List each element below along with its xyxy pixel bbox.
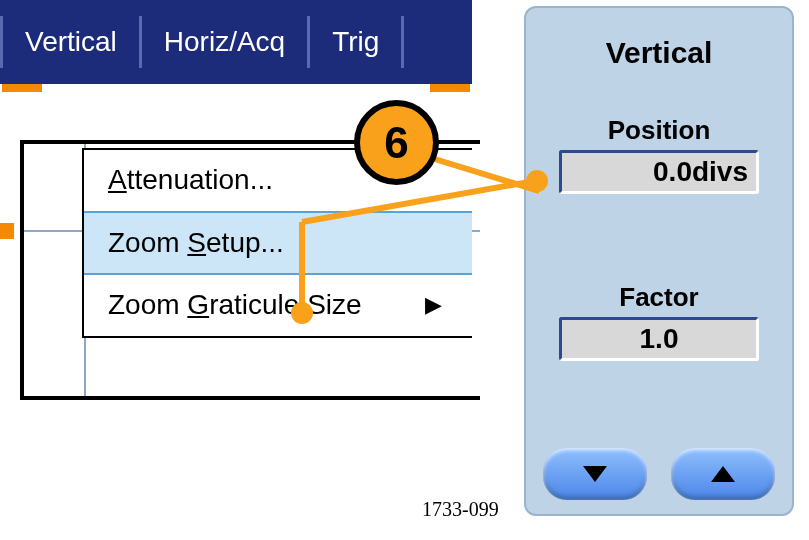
channel-marker [0, 223, 14, 239]
triangle-up-icon [709, 464, 737, 484]
callout-badge: 6 [354, 100, 439, 185]
tab-marker [430, 84, 470, 92]
svg-marker-1 [711, 466, 735, 482]
reference-id: 1733-099 [422, 498, 499, 521]
position-value[interactable]: 0.0divs [559, 150, 759, 194]
increase-button[interactable] [671, 448, 775, 500]
menu-item-vertical[interactable]: Vertical [3, 26, 139, 58]
triangle-down-icon [581, 464, 609, 484]
tab-marker [2, 84, 42, 92]
svg-marker-0 [583, 466, 607, 482]
position-label: Position [526, 115, 792, 146]
factor-label: Factor [526, 282, 792, 313]
callout-dot [526, 170, 548, 192]
menuitem-text: Zoom Setup... [108, 227, 284, 258]
menuitem-zoom-setup[interactable]: Zoom Setup... [84, 211, 472, 275]
factor-value[interactable]: 1.0 [559, 317, 759, 361]
stepper-buttons [526, 448, 792, 500]
menuitem-zoom-graticule-size[interactable]: Zoom Graticule Size ▶ [84, 275, 472, 336]
menuitem-text: Attenuation... [108, 164, 273, 195]
menuitem-text: Zoom Graticule Size [108, 289, 362, 320]
position-field: Position 0.0divs [526, 115, 792, 194]
menu-divider [401, 16, 404, 68]
menu-item-horizacq[interactable]: Horiz/Acq [142, 26, 307, 58]
left-pane: Vertical Horiz/Acq Trig Attenuation... Z… [0, 0, 472, 540]
menu-item-trig[interactable]: Trig [310, 26, 401, 58]
vertical-panel: Vertical Position 0.0divs Factor 1.0 [524, 6, 794, 516]
callout-dot [291, 302, 313, 324]
callout-number: 6 [384, 118, 408, 168]
decrease-button[interactable] [543, 448, 647, 500]
submenu-arrow-icon: ▶ [425, 292, 442, 318]
factor-field: Factor 1.0 [526, 282, 792, 361]
menu-bar: Vertical Horiz/Acq Trig [0, 0, 472, 84]
panel-title: Vertical [526, 36, 792, 70]
